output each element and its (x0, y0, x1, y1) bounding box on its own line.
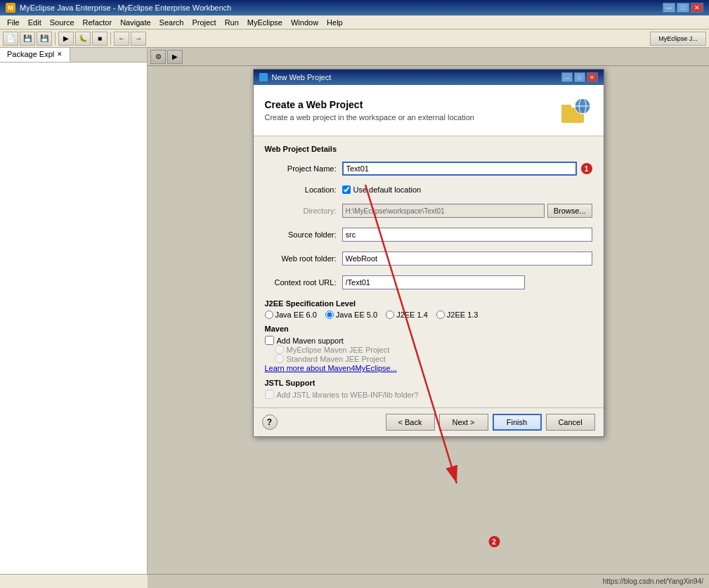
title-bar: M MyEclipse Java Enterprise - MyEclipse … (0, 0, 709, 15)
jstl-title: JSTL Support (265, 379, 592, 387)
menu-project[interactable]: Project (188, 17, 220, 28)
menu-edit[interactable]: Edit (24, 17, 46, 28)
toolbar-new[interactable]: 📄 (3, 32, 18, 46)
toolbar-run[interactable]: ▶ (58, 32, 74, 46)
j2ee-option-0[interactable]: Java EE 6.0 (265, 311, 317, 319)
source-folder-label: Source folder: (265, 230, 342, 239)
j2ee-option-1[interactable]: Java EE 5.0 (325, 311, 377, 319)
jstl-section: JSTL Support Add JSTL libraries to WEB-I… (265, 379, 592, 399)
add-maven-checkbox[interactable] (265, 336, 274, 345)
badge-1: 1 (581, 163, 592, 174)
menu-help[interactable]: Help (323, 17, 347, 28)
maven-radio-2 (275, 354, 284, 363)
add-maven-label: Add Maven support (277, 337, 344, 345)
menu-run[interactable]: Run (221, 17, 243, 28)
minimize-button[interactable]: — (663, 3, 675, 13)
browse-button[interactable]: Browse... (547, 204, 592, 218)
maven-learn-more-link[interactable]: Learn more about Maven4MyEclipse... (265, 364, 397, 372)
badge-2: 2 (488, 536, 500, 547)
ide-layout: Package Expl ✕ ⚙ ▶ 🌐 New Web Project — (0, 48, 709, 588)
toolbar-save-all[interactable]: 💾 (37, 32, 52, 46)
toolbar-stop[interactable]: ■ (92, 32, 108, 46)
package-explorer-tab[interactable]: Package Expl ✕ (0, 48, 70, 62)
web-root-folder-row: Web root folder: (265, 251, 592, 266)
toolbar-debug[interactable]: 🐛 (75, 32, 91, 46)
package-explorer-label: Package Expl (7, 50, 54, 58)
dialog-header-icon (559, 93, 592, 127)
source-folder-input[interactable] (342, 228, 592, 242)
toolbar-sep-1 (55, 32, 56, 45)
source-folder-row: Source folder: (265, 228, 592, 242)
maven-section: Maven Add Maven support MyEclipse Maven … (265, 325, 592, 373)
maven-title: Maven (265, 325, 592, 333)
dialog-title-bar: 🌐 New Web Project — □ ✕ (254, 70, 604, 85)
j2ee-option-2[interactable]: J2EE 1.4 (386, 311, 428, 319)
jstl-checkbox-row: Add JSTL libraries to WEB-INF/lib folder… (265, 390, 592, 399)
j2ee-option-3[interactable]: J2EE 1.3 (436, 311, 479, 319)
dialog-header-text: Create a Web Project Create a web projec… (265, 99, 559, 122)
maven-option-2-row: Standard Maven JEE Project (265, 354, 592, 363)
main-toolbar: 📄 💾 💾 ▶ 🐛 ■ ← → MyEclipse J... (0, 30, 709, 48)
context-root-row: Context root URL: (265, 275, 592, 289)
dialog-minimize[interactable]: — (561, 72, 573, 82)
app-icon: M (6, 3, 15, 13)
use-default-location-label[interactable]: Use default location (353, 185, 422, 194)
j2ee-radio-1[interactable] (325, 311, 334, 319)
toolbar-tab[interactable]: MyEclipse J... (650, 32, 706, 46)
dialog-main-title: Create a Web Project (265, 99, 559, 110)
use-default-location-checkbox[interactable] (342, 185, 351, 194)
menu-source[interactable]: Source (46, 17, 79, 28)
web-root-input[interactable] (342, 251, 592, 266)
badge-2-wrapper: 2 (486, 536, 500, 547)
toolbar-sep-2 (110, 32, 111, 45)
menu-myeclipse[interactable]: MyEclipse (243, 17, 287, 28)
project-name-input[interactable] (342, 162, 577, 176)
dialog-header: Create a Web Project Create a web projec… (254, 85, 604, 136)
menu-refactor[interactable]: Refactor (79, 17, 117, 28)
dialog-controls: — □ ✕ (561, 72, 598, 82)
dialog-close[interactable]: ✕ (587, 72, 598, 82)
menu-navigate[interactable]: Navigate (116, 17, 155, 28)
use-default-location-row: Use default location (342, 185, 422, 194)
toolbar-save[interactable]: 💾 (20, 32, 35, 46)
menu-file[interactable]: File (3, 17, 24, 28)
footer-buttons: < Back Next > Finish Cancel (386, 414, 595, 431)
context-root-input[interactable] (342, 275, 525, 289)
dialog-maximize[interactable]: □ (574, 72, 585, 82)
maximize-button[interactable]: □ (677, 3, 689, 13)
j2ee-section: J2EE Specification Level Java EE 6.0 Jav… (265, 299, 592, 319)
toolbar-forward[interactable]: → (131, 32, 146, 46)
menu-window[interactable]: Window (287, 17, 323, 28)
j2ee-radio-3[interactable] (436, 311, 445, 319)
svg-rect-1 (561, 105, 571, 109)
package-explorer-close[interactable]: ✕ (57, 51, 63, 58)
dialog-title: New Web Project (272, 73, 561, 81)
dialog-body: Web Project Details Project Name: 1 Loca… (254, 136, 604, 407)
j2ee-radio-0[interactable] (265, 311, 273, 319)
menu-search[interactable]: Search (155, 17, 188, 28)
side-panel: Package Expl ✕ (0, 48, 148, 588)
maven-option-2-label: Standard Maven JEE Project (287, 355, 386, 363)
window-controls: — □ ✕ (663, 3, 703, 13)
menu-bar: File Edit Source Refactor Navigate Searc… (0, 15, 709, 30)
toolbar-back[interactable]: ← (114, 32, 129, 46)
main-content: ⚙ ▶ 🌐 New Web Project — □ ✕ (148, 48, 709, 588)
back-button[interactable]: < Back (386, 414, 435, 431)
directory-label: Directory: (265, 207, 342, 215)
location-row: Location: Use default location (265, 185, 592, 194)
j2ee-title: J2EE Specification Level (265, 299, 592, 308)
finish-button[interactable]: Finish (493, 414, 542, 431)
context-root-label: Context root URL: (265, 278, 342, 287)
project-name-label: Project Name: (265, 164, 342, 173)
maven-option-1-row: MyEclipse Maven JEE Project (265, 345, 592, 354)
dialog-subtitle: Create a web project in the workspace or… (265, 113, 559, 122)
close-button[interactable]: ✕ (691, 3, 703, 13)
help-button[interactable]: ? (262, 414, 278, 430)
add-maven-row: Add Maven support (265, 336, 592, 345)
j2ee-radio-2[interactable] (386, 311, 394, 319)
next-button[interactable]: Next > (439, 414, 488, 431)
cancel-button[interactable]: Cancel (546, 414, 595, 431)
app-title: MyEclipse Java Enterprise - MyEclipse En… (20, 4, 663, 12)
directory-input (342, 204, 545, 218)
maven-radio-1 (275, 345, 284, 354)
